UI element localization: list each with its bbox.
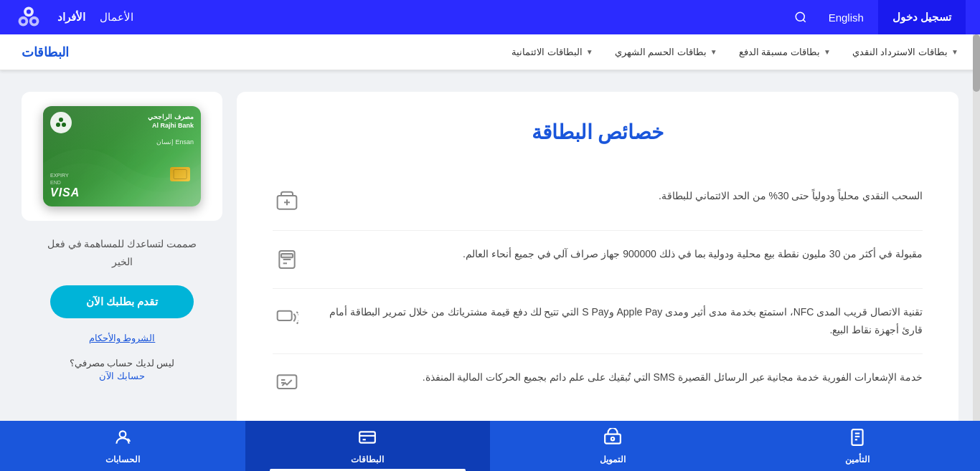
card-panel-title: خصائص البطاقة bbox=[273, 120, 923, 144]
top-nav-right: الأعمال الأفراد bbox=[14, 3, 133, 32]
scrollbar[interactable] bbox=[973, 34, 980, 471]
cards-label: البطاقات bbox=[351, 455, 384, 465]
feature-item-pos: مقبولة في أكثر من 30 مليون نقطة بيع محلي… bbox=[273, 231, 923, 289]
svg-point-20 bbox=[59, 118, 63, 122]
bank-logo bbox=[14, 3, 43, 32]
card-bank-name: مصرف الراجحي Al Rajhi Bank bbox=[148, 113, 194, 130]
card-visual: مصرف الراجحي Al Rajhi Bank Ensan إنسان E… bbox=[43, 106, 201, 206]
secondary-nav-items: ▼ بطاقات الاسترداد النقدي ▼ بطاقات مسبقة… bbox=[512, 47, 958, 57]
nav-debit-cards[interactable]: ▼ بطاقات الحسم الشهري bbox=[615, 47, 717, 57]
bottom-nav-accounts[interactable]: الحسابات bbox=[0, 421, 245, 471]
search-icon bbox=[794, 11, 807, 24]
nav-cashback-cards[interactable]: ▼ بطاقات الاسترداد النقدي bbox=[852, 47, 958, 57]
chevron-down-icon: ▼ bbox=[951, 48, 958, 56]
svg-line-1 bbox=[803, 19, 805, 22]
svg-point-0 bbox=[796, 12, 804, 21]
svg-rect-16 bbox=[278, 311, 292, 320]
right-panel: مصرف الراجحي Al Rajhi Bank Ensan إنسان E… bbox=[22, 92, 222, 450]
feature-text-pos: مقبولة في أكثر من 30 مليون نقطة بيع محلي… bbox=[312, 245, 923, 263]
svg-point-6 bbox=[21, 19, 25, 24]
svg-rect-15 bbox=[281, 254, 293, 257]
nav-prepaid-cards[interactable]: ▼ بطاقات مسبقة الدفع bbox=[739, 47, 831, 57]
bottom-nav-finance[interactable]: التمويل bbox=[490, 421, 735, 471]
svg-point-32 bbox=[119, 431, 126, 437]
feature-item-sms: خدمة الإشعارات الفورية خدمة مجانية عبر ا… bbox=[273, 354, 923, 411]
nav-item-business[interactable]: الأعمال bbox=[100, 11, 133, 24]
search-button[interactable] bbox=[787, 0, 814, 34]
card-subtitle: صممت لتساعدك للمساهمة في فعل الخير bbox=[40, 235, 204, 271]
cards-icon bbox=[358, 428, 377, 451]
feature-text-nfc: تقنية الاتصال قريب المدى NFC، استمتع بخد… bbox=[312, 303, 923, 339]
finance-icon bbox=[603, 428, 622, 451]
scrollbar-thumb[interactable] bbox=[973, 34, 980, 92]
pos-icon bbox=[273, 245, 301, 274]
cards-section-title: البطاقات bbox=[22, 44, 69, 60]
sms-icon bbox=[273, 368, 301, 397]
bottom-nav-insurance[interactable]: التأمين bbox=[735, 421, 981, 471]
nav-item-individuals[interactable]: الأفراد bbox=[57, 11, 85, 24]
login-button[interactable]: تسجيل دخول bbox=[878, 0, 966, 34]
nav-credit-cards[interactable]: ▼ البطاقات الائتمانية bbox=[512, 47, 593, 57]
feature-item-atm: السحب النقدي محلياً ودولياً حتى 30% من ا… bbox=[273, 173, 923, 231]
accounts-icon bbox=[113, 428, 132, 451]
accounts-label: الحسابات bbox=[105, 455, 140, 465]
atm-icon bbox=[273, 187, 301, 216]
card-features-panel: خصائص البطاقة السحب النقدي محلياً ودوليا… bbox=[237, 92, 958, 450]
account-prompt-text: ليس لديك حساب مصرفي؟ bbox=[70, 358, 175, 368]
feature-item-nfc: تقنية الاتصال قريب المدى NFC، استمتع بخد… bbox=[273, 289, 923, 354]
bottom-nav-cards[interactable]: البطاقات bbox=[245, 421, 491, 471]
card-network-logo: VISA bbox=[50, 186, 80, 199]
bottom-navigation: التأمين التمويل البطاقات bbox=[0, 421, 980, 471]
card-expiry-label: EXPIRY bbox=[50, 173, 69, 178]
logo-icon bbox=[15, 4, 42, 31]
chevron-down-icon: ▼ bbox=[586, 48, 593, 56]
svg-point-5 bbox=[27, 9, 31, 14]
nfc-icon bbox=[273, 303, 301, 332]
finance-label: التمويل bbox=[600, 455, 626, 465]
secondary-navigation: ▼ بطاقات الاسترداد النقدي ▼ بطاقات مسبقة… bbox=[0, 34, 980, 70]
svg-rect-29 bbox=[359, 432, 375, 442]
chevron-down-icon: ▼ bbox=[710, 48, 717, 56]
insurance-icon bbox=[848, 428, 867, 451]
card-image-container: مصرف الراجحي Al Rajhi Bank Ensan إنسان E… bbox=[22, 92, 222, 221]
feature-list: السحب النقدي محلياً ودولياً حتى 30% من ا… bbox=[273, 173, 923, 411]
insurance-label: التأمين bbox=[845, 455, 870, 465]
svg-point-21 bbox=[56, 123, 60, 127]
account-section: ليس لديك حساب مصرفي؟ حسابك الآن bbox=[70, 358, 175, 381]
svg-point-7 bbox=[32, 19, 37, 24]
apply-button[interactable]: تقدم بطلبك الآن bbox=[50, 285, 194, 318]
card-chip bbox=[170, 167, 190, 181]
card-ensan-label: Ensan إنسان bbox=[156, 138, 194, 146]
rajhi-logo-icon bbox=[54, 115, 68, 130]
svg-rect-17 bbox=[278, 376, 297, 389]
top-navigation: تسجيل دخول English الأعمال الأفراد bbox=[0, 0, 980, 34]
feature-text-atm: السحب النقدي محلياً ودولياً حتى 30% من ا… bbox=[312, 187, 923, 205]
svg-point-22 bbox=[62, 123, 66, 127]
main-content: خصائص البطاقة السحب النقدي محلياً ودوليا… bbox=[0, 70, 980, 471]
svg-point-28 bbox=[611, 437, 614, 440]
terms-link[interactable]: الشروط والأحكام bbox=[89, 333, 156, 343]
card-end-label: END bbox=[50, 180, 61, 185]
english-button[interactable]: English bbox=[814, 0, 878, 34]
card-bank-logo bbox=[50, 112, 72, 133]
chevron-down-icon: ▼ bbox=[824, 48, 831, 56]
open-account-link[interactable]: حسابك الآن bbox=[70, 371, 175, 381]
feature-text-sms: خدمة الإشعارات الفورية خدمة مجانية عبر ا… bbox=[312, 368, 923, 386]
svg-rect-27 bbox=[605, 434, 621, 443]
top-nav-left: تسجيل دخول English bbox=[787, 0, 966, 34]
